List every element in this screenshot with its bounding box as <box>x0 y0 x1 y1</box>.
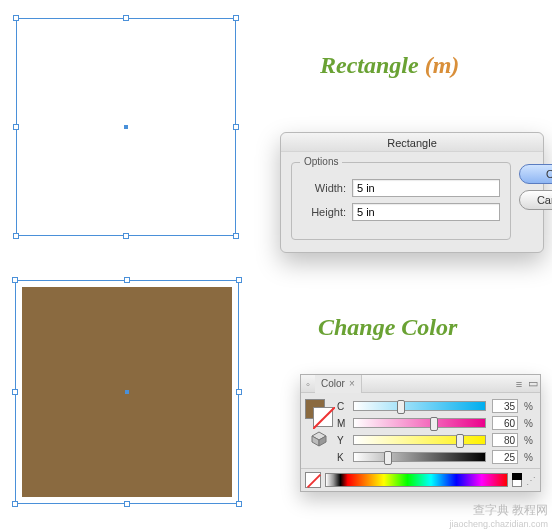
cmyk-sliders: C 35 % M 60 % Y 80 % K 25 % <box>337 399 536 464</box>
pct-label: % <box>524 418 534 429</box>
rectangle-dialog: Rectangle Options Width: Height: OK ➤ Ca… <box>280 132 544 253</box>
caption-rectangle-shortcut: (m) <box>425 52 460 78</box>
caption-rectangle-text: Rectangle <box>320 52 425 78</box>
ok-button-label: OK <box>546 168 552 180</box>
panel-tab-color[interactable]: Color × <box>315 375 362 393</box>
watermark-line1: 查字典 教程网 <box>449 502 548 519</box>
panel-dock-icon[interactable]: ▭ <box>526 377 540 390</box>
channel-value-k[interactable]: 25 <box>492 450 518 464</box>
cube-icon[interactable] <box>311 431 327 447</box>
handle-bottom-left[interactable] <box>13 233 19 239</box>
slider-row-k: K 25 % <box>337 450 534 464</box>
slider-m[interactable] <box>353 418 486 428</box>
handle-bottom-mid[interactable] <box>124 501 130 507</box>
handle-top-mid[interactable] <box>123 15 129 21</box>
handle-mid-left[interactable] <box>12 389 18 395</box>
watermark-line2: jiaocheng.chazidian.com <box>449 519 548 529</box>
color-panel-footer: ⋰ <box>301 468 540 491</box>
center-point-icon <box>125 390 129 394</box>
handle-top-mid[interactable] <box>124 277 130 283</box>
slider-row-m: M 60 % <box>337 416 534 430</box>
height-label: Height: <box>302 206 346 218</box>
channel-label-y: Y <box>337 435 347 446</box>
options-fieldset: Options Width: Height: <box>291 162 511 240</box>
pct-label: % <box>524 401 534 412</box>
channel-value-c[interactable]: 35 <box>492 399 518 413</box>
width-label: Width: <box>302 182 346 194</box>
watermark: 查字典 教程网 jiaocheng.chazidian.com <box>445 500 552 531</box>
slider-y[interactable] <box>353 435 486 445</box>
handle-bottom-right[interactable] <box>236 501 242 507</box>
slider-row-c: C 35 % <box>337 399 534 413</box>
panel-tab-label: Color <box>321 378 345 389</box>
handle-top-right[interactable] <box>236 277 242 283</box>
channel-value-m[interactable]: 60 <box>492 416 518 430</box>
dialog-title: Rectangle <box>281 133 543 152</box>
swatch-column <box>305 399 333 464</box>
channel-label-m: M <box>337 418 347 429</box>
ok-button[interactable]: OK ➤ <box>519 164 552 184</box>
handle-top-right[interactable] <box>233 15 239 21</box>
handle-bottom-right[interactable] <box>233 233 239 239</box>
cancel-button-label: Cancel <box>537 194 552 206</box>
handle-mid-right[interactable] <box>236 389 242 395</box>
stroke-swatch[interactable] <box>313 407 333 427</box>
channel-label-c: C <box>337 401 347 412</box>
svg-line-0 <box>313 407 335 429</box>
slider-c[interactable] <box>353 401 486 411</box>
height-input[interactable] <box>352 203 500 221</box>
handle-bottom-left[interactable] <box>12 501 18 507</box>
center-point-icon <box>124 125 128 129</box>
bw-swatch[interactable] <box>512 473 522 487</box>
handle-bottom-mid[interactable] <box>123 233 129 239</box>
close-icon[interactable]: × <box>349 378 355 389</box>
channel-label-k: K <box>337 452 347 463</box>
caption-change-color: Change Color <box>318 314 457 341</box>
panel-menu-icon[interactable]: ≡ <box>512 378 526 390</box>
handle-mid-left[interactable] <box>13 124 19 130</box>
channel-value-y[interactable]: 80 <box>492 433 518 447</box>
slider-k[interactable] <box>353 452 486 462</box>
options-legend: Options <box>300 156 342 167</box>
selection-box-outline <box>16 18 236 236</box>
resize-grip-icon[interactable]: ⋰ <box>526 475 536 486</box>
panel-collapse-icon[interactable]: ◦ <box>301 378 315 390</box>
slider-row-y: Y 80 % <box>337 433 534 447</box>
caption-rectangle: Rectangle (m) <box>320 52 459 79</box>
handle-top-left[interactable] <box>12 277 18 283</box>
panel-header: ◦ Color × ≡ ▭ <box>301 375 540 393</box>
pct-label: % <box>524 452 534 463</box>
selection-box-outline-2 <box>15 280 239 504</box>
handle-mid-right[interactable] <box>233 124 239 130</box>
handle-top-left[interactable] <box>13 15 19 21</box>
width-input[interactable] <box>352 179 500 197</box>
pct-label: % <box>524 435 534 446</box>
color-panel: ◦ Color × ≡ ▭ C 35 <box>300 374 541 492</box>
none-swatch[interactable] <box>305 472 321 488</box>
cancel-button[interactable]: Cancel <box>519 190 552 210</box>
spectrum-bar[interactable] <box>325 473 508 487</box>
